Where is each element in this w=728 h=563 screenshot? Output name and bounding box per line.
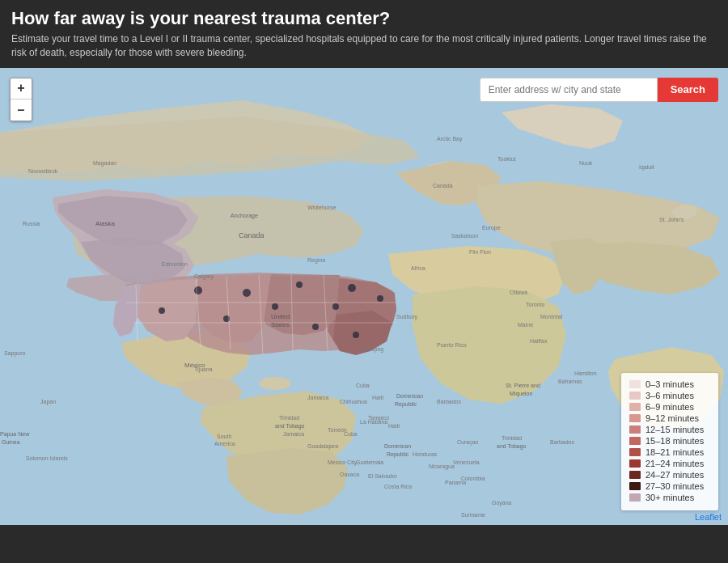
svg-text:Barbados: Barbados bbox=[550, 439, 574, 445]
svg-text:Whitehorse: Whitehorse bbox=[307, 205, 336, 210]
legend-color-swatch bbox=[629, 493, 641, 502]
svg-text:Puerto Rico: Puerto Rico bbox=[437, 342, 467, 348]
svg-text:Nuuk: Nuuk bbox=[579, 160, 593, 166]
zoom-out-button[interactable]: – bbox=[11, 99, 32, 121]
legend-color-swatch bbox=[629, 392, 641, 400]
svg-text:Nicaragua: Nicaragua bbox=[429, 464, 455, 470]
legend-label: 27–30 minutes bbox=[645, 481, 704, 491]
page-header: How far away is your nearest trauma cent… bbox=[0, 0, 728, 68]
svg-text:Canada: Canada bbox=[433, 183, 453, 188]
svg-point-6 bbox=[243, 289, 251, 297]
svg-text:Toronto: Toronto bbox=[526, 302, 544, 307]
svg-text:Tooktut: Tooktut bbox=[497, 156, 516, 162]
svg-text:Saskatoon: Saskatoon bbox=[451, 233, 478, 239]
svg-text:Tampico: Tampico bbox=[368, 415, 389, 421]
legend-item: 30+ minutes bbox=[629, 493, 710, 502]
legend-color-swatch bbox=[629, 380, 641, 388]
svg-text:Flin Flon: Flin Flon bbox=[469, 249, 491, 255]
svg-point-9 bbox=[377, 295, 383, 302]
svg-text:Jamaica: Jamaica bbox=[283, 431, 304, 437]
zoom-controls: + – bbox=[10, 78, 32, 121]
legend: 0–3 minutes3–6 minutes6–9 minutes9–12 mi… bbox=[621, 373, 718, 510]
svg-text:Sapporo: Sapporo bbox=[4, 350, 26, 357]
svg-point-13 bbox=[353, 332, 359, 338]
svg-text:and Tobago: and Tobago bbox=[497, 443, 527, 450]
legend-label: 30+ minutes bbox=[645, 493, 694, 502]
svg-text:Alaska: Alaska bbox=[95, 220, 116, 227]
svg-text:Republic: Republic bbox=[387, 451, 409, 458]
legend-color-swatch bbox=[629, 471, 641, 479]
legend-item: 6–9 minutes bbox=[629, 402, 710, 412]
legend-item: 3–6 minutes bbox=[629, 391, 710, 400]
svg-text:Suriname: Suriname bbox=[461, 512, 485, 518]
address-input[interactable] bbox=[480, 78, 658, 102]
legend-label: 6–9 minutes bbox=[645, 402, 694, 412]
legend-item: 18–21 minutes bbox=[629, 447, 710, 457]
legend-color-swatch bbox=[629, 403, 641, 411]
svg-text:Anchorage: Anchorage bbox=[231, 213, 258, 219]
svg-text:El Salvador: El Salvador bbox=[368, 473, 397, 479]
svg-text:Ottawa: Ottawa bbox=[510, 290, 527, 295]
svg-text:Honduras: Honduras bbox=[413, 451, 438, 457]
svg-text:Guadalajara: Guadalajara bbox=[307, 443, 338, 450]
svg-text:Iqaluit: Iqaluit bbox=[639, 164, 654, 171]
svg-text:Jamaica: Jamaica bbox=[307, 395, 328, 400]
svg-text:Magadan: Magadan bbox=[93, 160, 116, 167]
svg-text:Winnipeg: Winnipeg bbox=[360, 346, 383, 353]
svg-text:Hamilton: Hamilton bbox=[574, 370, 597, 376]
legend-label: 21–24 minutes bbox=[645, 459, 704, 468]
svg-text:Haiti: Haiti bbox=[372, 395, 383, 400]
svg-text:Japan: Japan bbox=[40, 399, 56, 405]
legend-label: 0–3 minutes bbox=[645, 379, 694, 389]
svg-point-15 bbox=[159, 307, 165, 314]
svg-point-5 bbox=[194, 286, 202, 294]
svg-text:Novosibirsk: Novosibirsk bbox=[28, 168, 58, 174]
svg-point-12 bbox=[312, 324, 319, 330]
svg-text:Dominican: Dominican bbox=[396, 393, 423, 399]
legend-label: 9–12 minutes bbox=[645, 413, 699, 423]
svg-text:Curaçao: Curaçao bbox=[457, 439, 479, 446]
svg-text:Mexico City: Mexico City bbox=[328, 459, 358, 466]
svg-text:Torreón: Torreón bbox=[328, 427, 347, 433]
svg-text:Bahamas: Bahamas bbox=[558, 379, 582, 384]
svg-text:Solomon Islands: Solomon Islands bbox=[26, 455, 68, 461]
svg-text:Miquelon: Miquelon bbox=[510, 391, 533, 397]
svg-point-11 bbox=[332, 303, 339, 310]
svg-text:Republic: Republic bbox=[395, 401, 417, 408]
search-button[interactable]: Search bbox=[658, 78, 718, 102]
svg-text:Dominican: Dominican bbox=[384, 443, 411, 449]
leaflet-attribution[interactable]: Leaflet bbox=[695, 512, 722, 522]
map-svg: Canada United States Alaska México Russi… bbox=[0, 68, 728, 525]
svg-text:Papua New: Papua New bbox=[0, 431, 30, 438]
legend-color-swatch bbox=[629, 482, 641, 490]
svg-text:Chihuahua: Chihuahua bbox=[340, 399, 367, 404]
legend-color-swatch bbox=[629, 425, 641, 434]
svg-text:Edmonton: Edmonton bbox=[162, 261, 188, 267]
svg-text:Russia: Russia bbox=[23, 221, 40, 226]
map-container: Canada United States Alaska México Russi… bbox=[0, 68, 728, 525]
svg-text:America: America bbox=[214, 441, 235, 447]
svg-text:Calgary: Calgary bbox=[194, 273, 214, 280]
svg-text:Africa: Africa bbox=[411, 265, 425, 271]
search-bar: Search bbox=[480, 78, 718, 102]
svg-text:Costa Rica: Costa Rica bbox=[384, 484, 412, 489]
legend-item: 21–24 minutes bbox=[629, 459, 710, 468]
svg-point-8 bbox=[348, 284, 356, 292]
svg-text:Montréal: Montréal bbox=[540, 314, 563, 320]
legend-item: 12–15 minutes bbox=[629, 425, 710, 434]
legend-item: 27–30 minutes bbox=[629, 481, 710, 491]
legend-color-swatch bbox=[629, 448, 641, 456]
legend-label: 15–18 minutes bbox=[645, 436, 704, 446]
legend-label: 3–6 minutes bbox=[645, 391, 694, 400]
svg-text:Halifax: Halifax bbox=[530, 338, 548, 344]
zoom-in-button[interactable]: + bbox=[11, 78, 32, 99]
svg-point-7 bbox=[296, 282, 303, 288]
legend-color-swatch bbox=[629, 437, 641, 445]
legend-item: 9–12 minutes bbox=[629, 413, 710, 423]
svg-text:Barbados: Barbados bbox=[437, 399, 461, 404]
svg-text:Arctic Bay: Arctic Bay bbox=[437, 136, 463, 142]
svg-text:South: South bbox=[217, 434, 231, 439]
svg-point-4 bbox=[259, 377, 291, 390]
svg-text:United: United bbox=[271, 313, 290, 320]
svg-text:and Tobago: and Tobago bbox=[275, 423, 305, 430]
